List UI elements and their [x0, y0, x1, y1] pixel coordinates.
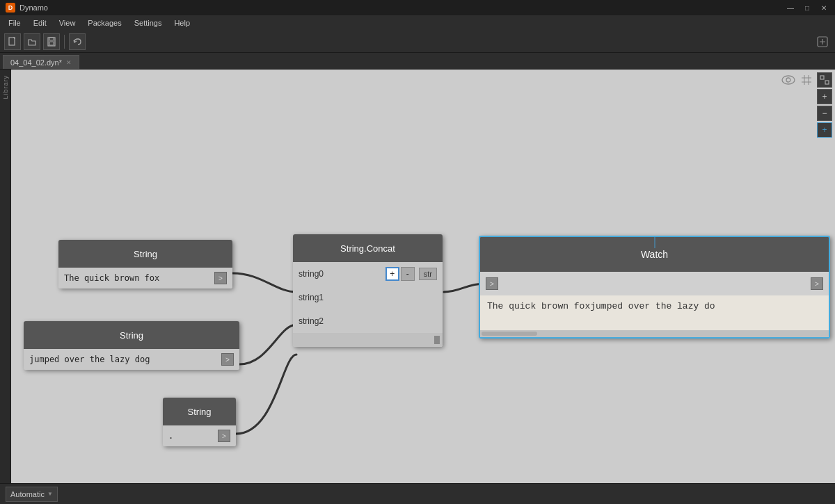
app-icon: D — [6, 3, 15, 13]
zoom-out-button[interactable]: − — [817, 106, 832, 121]
top-right-icons — [781, 72, 814, 88]
string3-port[interactable]: > — [218, 430, 230, 442]
grid-icon[interactable] — [799, 72, 814, 88]
svg-point-5 — [782, 76, 795, 84]
sidebar: Library — [0, 70, 11, 483]
watch-scrollbar-thumb[interactable] — [482, 332, 537, 336]
titlebar-controls: — □ ✕ — [785, 2, 829, 13]
tab-file[interactable]: 04_04_02.dyn* ✕ — [3, 55, 79, 69]
close-button[interactable]: ✕ — [818, 2, 829, 13]
string3-value[interactable]: . — [168, 431, 214, 441]
canvas[interactable]: + − + String The quick brown fox > — [11, 70, 835, 483]
menubar: File Edit View Packages Settings Help — [0, 15, 835, 31]
string2-value[interactable]: jumped over the lazy dog — [29, 355, 217, 364]
watch-output: The quick brown foxjumped over the lazy … — [480, 295, 829, 330]
menu-packages[interactable]: Packages — [82, 17, 127, 29]
svg-rect-0 — [9, 38, 15, 45]
watch-right-port[interactable]: > — [811, 277, 823, 290]
new-button[interactable] — [4, 33, 21, 50]
preview-icon[interactable] — [781, 72, 796, 88]
right-controls: + − + — [817, 72, 832, 138]
string2-body: jumped over the lazy dog > — [24, 349, 239, 370]
maximize-button[interactable]: □ — [802, 2, 813, 13]
titlebar-left: D Dynamo — [6, 3, 48, 13]
string1-port[interactable]: > — [214, 272, 227, 284]
string1-value[interactable]: The quick brown fox — [64, 273, 210, 283]
toolbar-separator — [64, 35, 65, 49]
minimize-button[interactable]: — — [785, 2, 796, 13]
string1-body: The quick brown fox > — [58, 268, 232, 288]
string2-port[interactable]: > — [221, 353, 234, 366]
concat-bottom — [293, 333, 443, 347]
toolbar-extra-button[interactable] — [814, 33, 831, 50]
string3-header: String — [163, 398, 236, 425]
titlebar: D Dynamo — □ ✕ — [0, 0, 835, 15]
string2-node: String jumped over the lazy dog > — [24, 321, 239, 370]
concat-remove-button[interactable]: - — [401, 267, 415, 281]
statusbar: Automatic ▼ — [0, 483, 835, 504]
string3-body: . > — [163, 425, 236, 446]
string1-node: String The quick brown fox > — [58, 240, 232, 288]
sidebar-label: Library — [2, 75, 9, 99]
tab-close-button[interactable]: ✕ — [66, 59, 72, 66]
concat-port0-row: string0 + - str — [293, 262, 443, 286]
menu-edit[interactable]: Edit — [28, 17, 52, 29]
concat-port2-row: string2 — [293, 309, 443, 333]
concat-port1-label: string1 — [299, 293, 437, 302]
svg-rect-3 — [49, 42, 54, 45]
app-title: Dynamo — [19, 3, 48, 12]
toolbar-right — [814, 33, 831, 50]
dropdown-arrow-icon: ▼ — [47, 491, 53, 497]
watch-node: 2 Watch > > The quick brown foxjumped ov… — [479, 236, 830, 339]
tabbar: 04_04_02.dyn* ✕ — [0, 53, 835, 70]
concat-add-button[interactable]: + — [385, 267, 399, 281]
zoom-in-button[interactable]: + — [817, 89, 832, 104]
concat-bottom-port[interactable] — [434, 336, 440, 344]
run-mode-label: Automatic — [10, 490, 45, 498]
main: Library + − + — [0, 70, 835, 483]
concat-str-port[interactable]: str — [419, 268, 437, 280]
svg-rect-12 — [825, 81, 829, 84]
undo-button[interactable] — [69, 33, 86, 50]
concat-body: string0 + - str string1 string2 — [293, 262, 443, 347]
svg-point-6 — [786, 78, 790, 82]
string3-node: String . > — [163, 398, 236, 446]
concat-port1-row: string1 — [293, 286, 443, 309]
run-mode-dropdown[interactable]: Automatic ▼ — [6, 487, 58, 502]
toolbar — [0, 31, 835, 53]
menu-view[interactable]: View — [54, 17, 81, 29]
concat-header: String.Concat — [293, 234, 443, 262]
string2-header: String — [24, 321, 239, 349]
concat-port0-label: string0 — [299, 269, 381, 279]
concat-plus-minus: + - — [385, 267, 415, 281]
save-button[interactable] — [43, 33, 60, 50]
open-button[interactable] — [24, 33, 40, 50]
concat-node: 1 String.Concat string0 + - str st — [293, 234, 443, 347]
tab-label: 04_04_02.dyn* — [10, 58, 62, 67]
menu-file[interactable]: File — [3, 17, 26, 29]
menu-help[interactable]: Help — [168, 17, 196, 29]
menu-settings[interactable]: Settings — [129, 17, 168, 29]
string1-header: String — [58, 240, 232, 268]
watch-left-port[interactable]: > — [486, 277, 498, 290]
concat-port2-label: string2 — [299, 316, 437, 326]
watch-port-row: > > — [480, 272, 829, 295]
watch-scrollbar[interactable] — [480, 330, 829, 337]
fit-view-button[interactable] — [817, 72, 832, 88]
svg-rect-11 — [820, 76, 824, 79]
reset-view-button[interactable]: + — [817, 122, 832, 138]
watch-body: > > The quick brown foxjumped over the l… — [480, 272, 829, 337]
